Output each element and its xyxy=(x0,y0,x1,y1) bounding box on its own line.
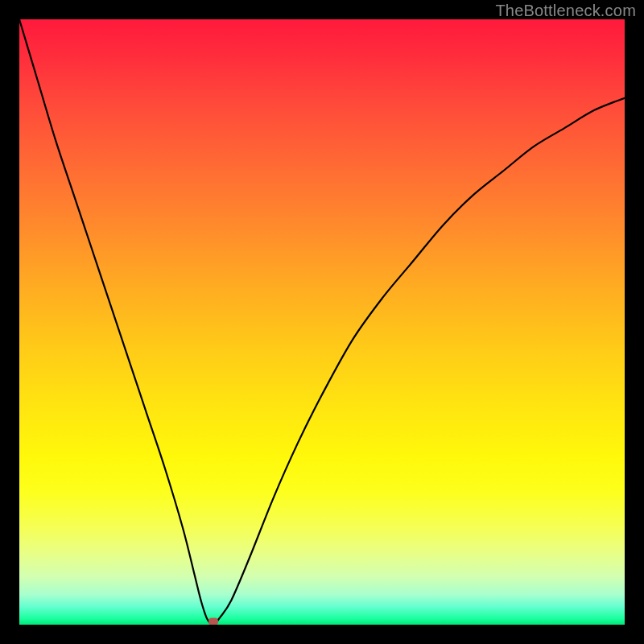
plot-area xyxy=(19,19,625,625)
chart-frame: TheBottleneck.com xyxy=(0,0,644,644)
bottleneck-curve xyxy=(19,19,625,625)
optimal-point-marker xyxy=(208,618,218,625)
watermark-text: TheBottleneck.com xyxy=(495,2,636,20)
